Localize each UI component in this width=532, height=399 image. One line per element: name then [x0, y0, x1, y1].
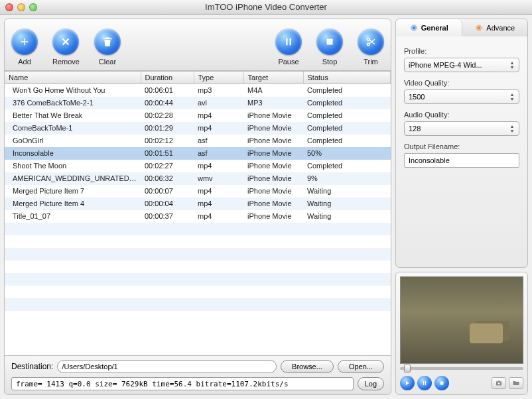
destination-input[interactable]	[57, 360, 277, 373]
window-title: ImTOO iPhone Video Converter	[5, 2, 527, 12]
pause-icon	[283, 36, 295, 48]
video-quality-label: Video Quality:	[404, 79, 519, 87]
table-row[interactable]: Shoot The Moon00:02:27mp4iPhone MovieCom…	[5, 160, 391, 172]
table-row[interactable]	[5, 223, 391, 235]
destination-label: Destination:	[11, 362, 53, 371]
table-row[interactable]	[5, 248, 391, 260]
table-row[interactable]: ComeBackToMe-100:01:29mp4iPhone MovieCom…	[5, 122, 391, 135]
clear-button[interactable]: Clear	[94, 28, 121, 66]
gear-color-icon	[474, 23, 484, 32]
col-target[interactable]: Target	[243, 72, 303, 84]
col-status[interactable]: Status	[303, 72, 391, 84]
log-button[interactable]: Log	[358, 377, 384, 390]
settings-panel: General Advance Profile: iPhone MPEG-4 W…	[395, 19, 528, 268]
trash-icon	[101, 36, 113, 48]
table-row[interactable]: Inconsolable00:01:51asfiPhone Movie50%	[5, 147, 391, 160]
remove-button[interactable]: Remove	[52, 28, 80, 66]
tab-general[interactable]: General	[396, 19, 462, 36]
table-row[interactable]: Merged Picture Item 700:00:07mp4iPhone M…	[5, 185, 391, 198]
table-row[interactable]	[5, 298, 391, 311]
col-name[interactable]: Name	[5, 72, 141, 84]
trim-button[interactable]: Trim	[358, 28, 384, 66]
file-table[interactable]: Name Duration Type Target Status Won't G…	[5, 71, 391, 356]
titlebar: ImTOO iPhone Video Converter	[0, 0, 532, 15]
table-row[interactable]: Better That We Break00:02:28mp4iPhone Mo…	[5, 109, 391, 122]
audio-quality-label: Audio Quality:	[404, 111, 519, 119]
stop-button[interactable]: Stop	[316, 28, 343, 66]
video-quality-select[interactable]: 1500▲▼	[404, 89, 519, 104]
table-row[interactable]	[5, 235, 391, 248]
log-text: frame= 1413 q=0.0 size= 7629kB time=56.4…	[11, 377, 354, 390]
col-duration[interactable]: Duration	[141, 72, 194, 84]
table-row[interactable]: AMERICAN_WEDDING_UNRATED_16:00:06:32wmvi…	[5, 172, 391, 185]
svg-point-6	[498, 382, 500, 384]
stop-icon	[438, 380, 445, 386]
table-row[interactable]: Merged Picture Item 400:00:04mp4iPhone M…	[5, 198, 391, 210]
gear-icon	[409, 23, 419, 32]
pause-icon	[421, 380, 428, 386]
preview-video[interactable]	[400, 276, 523, 364]
table-row[interactable]: GoOnGirl00:02:12asfiPhone MovieCompleted	[5, 135, 391, 147]
profile-label: Profile:	[404, 47, 519, 55]
preview-play-button[interactable]	[400, 376, 415, 390]
toolbar: Add Remove Clear Pause	[5, 19, 391, 71]
preview-pause-button[interactable]	[417, 376, 432, 390]
add-button[interactable]: Add	[11, 28, 38, 66]
preview-seek-slider[interactable]	[400, 364, 523, 373]
play-icon	[404, 380, 411, 386]
pause-button[interactable]: Pause	[275, 28, 302, 66]
main-panel: Add Remove Clear Pause	[4, 19, 391, 395]
stop-icon	[324, 36, 336, 48]
table-row[interactable]	[5, 286, 391, 298]
audio-quality-select[interactable]: 128▲▼	[404, 121, 519, 136]
preview-stop-button[interactable]	[434, 376, 449, 390]
output-filename-label: Output Filename:	[404, 142, 519, 150]
table-row[interactable]: Title_01_0700:00:37mp4iPhone MovieWaitin…	[5, 210, 391, 223]
svg-rect-0	[327, 38, 333, 44]
output-filename-input[interactable]	[404, 153, 519, 168]
table-row[interactable]	[5, 311, 391, 323]
camera-icon	[495, 379, 503, 387]
table-row[interactable]	[5, 260, 391, 273]
x-icon	[60, 36, 72, 48]
profile-select[interactable]: iPhone MPEG-4 Wid...▲▼	[404, 58, 519, 72]
plus-icon	[19, 36, 31, 48]
snapshot-button[interactable]	[492, 377, 506, 389]
svg-rect-5	[440, 382, 444, 385]
table-row[interactable]: Won't Go Home Without You00:06:01mp3M4AC…	[5, 84, 391, 97]
folder-button[interactable]	[509, 377, 523, 389]
folder-icon	[512, 379, 520, 387]
table-row[interactable]: 376 ComeBackToMe-2-100:00:44aviMP3Comple…	[5, 97, 391, 109]
table-row[interactable]	[5, 273, 391, 286]
browse-button[interactable]: Browse...	[281, 360, 334, 373]
tab-advance[interactable]: Advance	[462, 19, 528, 36]
preview-panel	[395, 272, 528, 395]
col-type[interactable]: Type	[194, 72, 243, 84]
open-button[interactable]: Open...	[338, 360, 384, 373]
scissors-icon	[365, 36, 377, 48]
